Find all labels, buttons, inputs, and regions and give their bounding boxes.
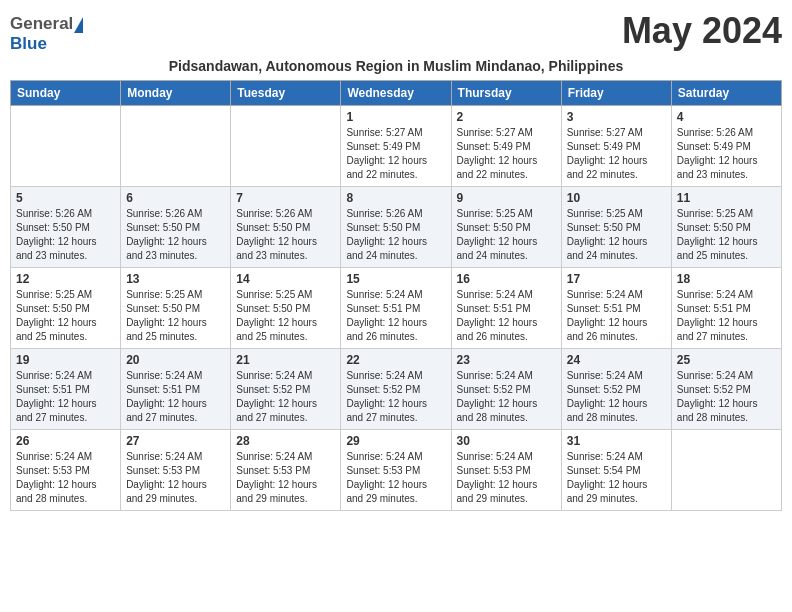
day-number: 23 — [457, 353, 556, 367]
calendar-cell: 23Sunrise: 5:24 AM Sunset: 5:52 PM Dayli… — [451, 349, 561, 430]
day-info: Sunrise: 5:27 AM Sunset: 5:49 PM Dayligh… — [346, 126, 445, 182]
day-info: Sunrise: 5:24 AM Sunset: 5:51 PM Dayligh… — [126, 369, 225, 425]
calendar-cell: 30Sunrise: 5:24 AM Sunset: 5:53 PM Dayli… — [451, 430, 561, 511]
day-info: Sunrise: 5:24 AM Sunset: 5:53 PM Dayligh… — [457, 450, 556, 506]
day-header-saturday: Saturday — [671, 81, 781, 106]
day-number: 24 — [567, 353, 666, 367]
day-header-tuesday: Tuesday — [231, 81, 341, 106]
day-info: Sunrise: 5:24 AM Sunset: 5:51 PM Dayligh… — [16, 369, 115, 425]
day-info: Sunrise: 5:24 AM Sunset: 5:51 PM Dayligh… — [346, 288, 445, 344]
logo-blue: Blue — [10, 34, 47, 53]
day-number: 15 — [346, 272, 445, 286]
day-number: 13 — [126, 272, 225, 286]
day-info: Sunrise: 5:26 AM Sunset: 5:50 PM Dayligh… — [126, 207, 225, 263]
day-number: 30 — [457, 434, 556, 448]
day-number: 5 — [16, 191, 115, 205]
day-info: Sunrise: 5:26 AM Sunset: 5:50 PM Dayligh… — [346, 207, 445, 263]
day-info: Sunrise: 5:26 AM Sunset: 5:50 PM Dayligh… — [16, 207, 115, 263]
calendar-cell: 25Sunrise: 5:24 AM Sunset: 5:52 PM Dayli… — [671, 349, 781, 430]
day-number: 2 — [457, 110, 556, 124]
calendar-cell: 11Sunrise: 5:25 AM Sunset: 5:50 PM Dayli… — [671, 187, 781, 268]
day-header-monday: Monday — [121, 81, 231, 106]
day-number: 25 — [677, 353, 776, 367]
day-header-sunday: Sunday — [11, 81, 121, 106]
calendar-cell: 14Sunrise: 5:25 AM Sunset: 5:50 PM Dayli… — [231, 268, 341, 349]
calendar-cell: 16Sunrise: 5:24 AM Sunset: 5:51 PM Dayli… — [451, 268, 561, 349]
calendar-cell: 29Sunrise: 5:24 AM Sunset: 5:53 PM Dayli… — [341, 430, 451, 511]
day-info: Sunrise: 5:24 AM Sunset: 5:53 PM Dayligh… — [236, 450, 335, 506]
calendar-cell: 27Sunrise: 5:24 AM Sunset: 5:53 PM Dayli… — [121, 430, 231, 511]
day-number: 17 — [567, 272, 666, 286]
day-info: Sunrise: 5:24 AM Sunset: 5:54 PM Dayligh… — [567, 450, 666, 506]
day-header-friday: Friday — [561, 81, 671, 106]
calendar-cell: 1Sunrise: 5:27 AM Sunset: 5:49 PM Daylig… — [341, 106, 451, 187]
calendar-cell: 10Sunrise: 5:25 AM Sunset: 5:50 PM Dayli… — [561, 187, 671, 268]
day-number: 27 — [126, 434, 225, 448]
day-info: Sunrise: 5:27 AM Sunset: 5:49 PM Dayligh… — [457, 126, 556, 182]
day-info: Sunrise: 5:24 AM Sunset: 5:52 PM Dayligh… — [236, 369, 335, 425]
day-number: 9 — [457, 191, 556, 205]
calendar-cell — [11, 106, 121, 187]
calendar-cell: 21Sunrise: 5:24 AM Sunset: 5:52 PM Dayli… — [231, 349, 341, 430]
day-info: Sunrise: 5:24 AM Sunset: 5:53 PM Dayligh… — [346, 450, 445, 506]
calendar-cell: 22Sunrise: 5:24 AM Sunset: 5:52 PM Dayli… — [341, 349, 451, 430]
calendar-cell: 5Sunrise: 5:26 AM Sunset: 5:50 PM Daylig… — [11, 187, 121, 268]
day-number: 21 — [236, 353, 335, 367]
day-number: 29 — [346, 434, 445, 448]
page-subtitle: Pidsandawan, Autonomous Region in Muslim… — [10, 58, 782, 74]
day-number: 11 — [677, 191, 776, 205]
day-number: 10 — [567, 191, 666, 205]
day-info: Sunrise: 5:24 AM Sunset: 5:52 PM Dayligh… — [457, 369, 556, 425]
page-header: General Blue May 2024 — [10, 10, 782, 54]
day-number: 12 — [16, 272, 115, 286]
calendar-cell: 13Sunrise: 5:25 AM Sunset: 5:50 PM Dayli… — [121, 268, 231, 349]
logo-general: General — [10, 14, 73, 34]
calendar-cell: 2Sunrise: 5:27 AM Sunset: 5:49 PM Daylig… — [451, 106, 561, 187]
day-header-thursday: Thursday — [451, 81, 561, 106]
calendar-cell: 12Sunrise: 5:25 AM Sunset: 5:50 PM Dayli… — [11, 268, 121, 349]
calendar-cell: 26Sunrise: 5:24 AM Sunset: 5:53 PM Dayli… — [11, 430, 121, 511]
day-number: 6 — [126, 191, 225, 205]
day-number: 19 — [16, 353, 115, 367]
day-info: Sunrise: 5:25 AM Sunset: 5:50 PM Dayligh… — [236, 288, 335, 344]
day-info: Sunrise: 5:25 AM Sunset: 5:50 PM Dayligh… — [126, 288, 225, 344]
day-info: Sunrise: 5:25 AM Sunset: 5:50 PM Dayligh… — [567, 207, 666, 263]
day-number: 31 — [567, 434, 666, 448]
day-info: Sunrise: 5:24 AM Sunset: 5:52 PM Dayligh… — [346, 369, 445, 425]
calendar-cell: 15Sunrise: 5:24 AM Sunset: 5:51 PM Dayli… — [341, 268, 451, 349]
day-number: 8 — [346, 191, 445, 205]
logo: General Blue — [10, 14, 83, 54]
day-info: Sunrise: 5:26 AM Sunset: 5:49 PM Dayligh… — [677, 126, 776, 182]
calendar-cell — [231, 106, 341, 187]
calendar-cell: 20Sunrise: 5:24 AM Sunset: 5:51 PM Dayli… — [121, 349, 231, 430]
calendar-cell: 3Sunrise: 5:27 AM Sunset: 5:49 PM Daylig… — [561, 106, 671, 187]
day-info: Sunrise: 5:24 AM Sunset: 5:53 PM Dayligh… — [16, 450, 115, 506]
calendar-cell: 7Sunrise: 5:26 AM Sunset: 5:50 PM Daylig… — [231, 187, 341, 268]
day-info: Sunrise: 5:26 AM Sunset: 5:50 PM Dayligh… — [236, 207, 335, 263]
month-title: May 2024 — [622, 10, 782, 52]
day-number: 28 — [236, 434, 335, 448]
day-number: 4 — [677, 110, 776, 124]
day-number: 26 — [16, 434, 115, 448]
calendar-cell: 28Sunrise: 5:24 AM Sunset: 5:53 PM Dayli… — [231, 430, 341, 511]
day-info: Sunrise: 5:24 AM Sunset: 5:53 PM Dayligh… — [126, 450, 225, 506]
calendar-cell: 9Sunrise: 5:25 AM Sunset: 5:50 PM Daylig… — [451, 187, 561, 268]
day-number: 22 — [346, 353, 445, 367]
day-info: Sunrise: 5:27 AM Sunset: 5:49 PM Dayligh… — [567, 126, 666, 182]
calendar-cell: 24Sunrise: 5:24 AM Sunset: 5:52 PM Dayli… — [561, 349, 671, 430]
day-info: Sunrise: 5:24 AM Sunset: 5:52 PM Dayligh… — [567, 369, 666, 425]
calendar-cell: 19Sunrise: 5:24 AM Sunset: 5:51 PM Dayli… — [11, 349, 121, 430]
day-info: Sunrise: 5:25 AM Sunset: 5:50 PM Dayligh… — [16, 288, 115, 344]
calendar-cell: 8Sunrise: 5:26 AM Sunset: 5:50 PM Daylig… — [341, 187, 451, 268]
calendar-cell — [121, 106, 231, 187]
day-header-wednesday: Wednesday — [341, 81, 451, 106]
day-info: Sunrise: 5:25 AM Sunset: 5:50 PM Dayligh… — [457, 207, 556, 263]
day-number: 20 — [126, 353, 225, 367]
day-number: 14 — [236, 272, 335, 286]
calendar-table: SundayMondayTuesdayWednesdayThursdayFrid… — [10, 80, 782, 511]
calendar-cell — [671, 430, 781, 511]
calendar-cell: 31Sunrise: 5:24 AM Sunset: 5:54 PM Dayli… — [561, 430, 671, 511]
calendar-cell: 6Sunrise: 5:26 AM Sunset: 5:50 PM Daylig… — [121, 187, 231, 268]
calendar-cell: 4Sunrise: 5:26 AM Sunset: 5:49 PM Daylig… — [671, 106, 781, 187]
calendar-cell: 18Sunrise: 5:24 AM Sunset: 5:51 PM Dayli… — [671, 268, 781, 349]
